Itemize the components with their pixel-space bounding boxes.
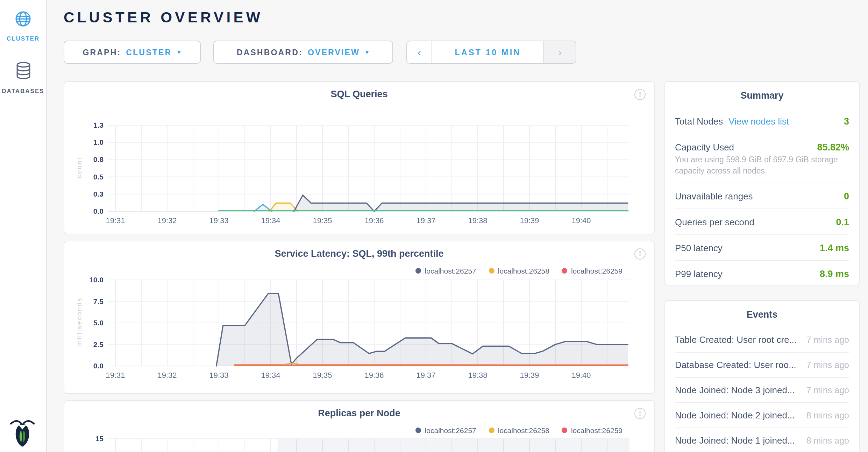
sidebar-item-cluster[interactable]: CLUSTER [0,10,46,42]
globe-icon [14,10,32,31]
summary-label: Total Nodes [675,116,723,126]
summary-subtext: You are using 598.9 GiB of 697.9 GiB sto… [665,155,859,183]
svg-text:1.3: 1.3 [93,121,104,129]
chevron-down-icon: ▾ [177,48,182,55]
sidebar-item-label: DATABASES [0,87,46,94]
time-window-next-button[interactable]: › [543,41,576,63]
svg-text:19:35: 19:35 [313,371,332,380]
legend-dot [416,268,421,274]
svg-text:19:38: 19:38 [468,371,487,380]
svg-text:19:37: 19:37 [416,216,435,225]
event-label: Node Joined: Node 1 joined... [675,435,799,446]
summary-value: 0 [844,191,849,201]
summary-label: Unavailable ranges [675,191,753,201]
summary-row: Queries per second0.1 [665,209,859,234]
summary-rows: Total NodesView nodes list3Capacity Used… [665,108,859,285]
event-row: Node Joined: Node 1 joined...8 mins ago [665,428,859,452]
graph-dropdown[interactable]: GRAPH: CLUSTER ▾ [64,41,201,64]
svg-text:19:33: 19:33 [209,371,228,380]
view-nodes-link[interactable]: View nodes list [728,116,789,126]
event-label: Node Joined: Node 3 joined... [675,385,799,395]
graph-dropdown-value: CLUSTER [126,48,172,56]
chart-legend: localhost:26257localhost:26258localhost:… [416,426,622,435]
dashboard-dropdown-value: OVERVIEW [308,48,360,56]
event-row: Table Created: User root cre...7 mins ag… [665,327,859,352]
svg-text:1.0: 1.0 [93,138,104,146]
summary-row: Unavailable ranges0 [665,183,859,209]
svg-text:19:39: 19:39 [520,371,539,380]
time-window-label[interactable]: LAST 10 MIN [432,41,543,63]
legend-dot [489,428,495,433]
svg-text:19:36: 19:36 [364,216,384,225]
event-timestamp: 7 mins ago [806,335,849,345]
legend-item[interactable]: localhost:26259 [562,426,622,435]
svg-text:19:32: 19:32 [157,371,177,380]
legend-item[interactable]: localhost:26258 [489,426,549,435]
events-title: Events [665,309,859,320]
replicas-per-node-chart[interactable]: 1513 [77,439,631,452]
svg-text:0.0: 0.0 [93,207,104,215]
legend-dot [416,428,421,433]
summary-label: Queries per second [675,217,754,227]
legend-label: localhost:26259 [571,426,622,435]
chart-title: Service Latency: SQL, 99th percentile [64,248,654,259]
svg-text:19:39: 19:39 [520,216,539,225]
dashboard-dropdown-label: DASHBOARD: [237,48,303,56]
info-icon[interactable]: ! [634,248,646,260]
event-timestamp: 7 mins ago [806,385,849,395]
legend-item[interactable]: localhost:26257 [416,267,476,275]
sidebar-item-databases[interactable]: DATABASES [0,62,46,94]
events-panel: Events Table Created: User root cre...7 … [664,300,860,452]
graph-dropdown-label: GRAPH: [83,48,121,56]
event-row: Node Joined: Node 3 joined...7 mins ago [665,378,859,402]
svg-text:19:34: 19:34 [261,216,280,225]
chart-card-replicas-per-node: Replicas per Node ! localhost:26257local… [64,400,655,452]
svg-text:2.5: 2.5 [93,340,104,348]
sidebar: CLUSTER DATABASES [0,0,47,452]
legend-dot [562,428,568,433]
events-rows: Table Created: User root cre...7 mins ag… [665,327,859,452]
cockroachdb-logo-icon [10,418,35,447]
sidebar-item-label: CLUSTER [0,35,46,42]
summary-value: 0.1 [836,217,849,227]
svg-text:19:31: 19:31 [106,216,125,225]
event-timestamp: 7 mins ago [806,360,849,370]
legend-item[interactable]: localhost:26259 [562,267,622,275]
dashboard-dropdown[interactable]: DASHBOARD: OVERVIEW ▾ [213,41,393,64]
event-timestamp: 8 mins ago [806,436,849,445]
legend-item[interactable]: localhost:26257 [416,426,476,435]
event-timestamp: 8 mins ago [806,410,849,420]
legend-dot [562,268,568,274]
time-window-prev-button[interactable]: ‹ [407,41,432,63]
summary-panel: Summary Total NodesView nodes list3Capac… [664,81,860,285]
summary-value: 3 [844,116,849,126]
chart-card-sql-queries: SQL Queries ! count 0.00.30.50.81.01.319… [64,81,655,234]
svg-text:15: 15 [95,435,104,443]
info-icon[interactable]: ! [634,408,646,419]
database-icon [14,62,32,83]
svg-text:19:34: 19:34 [261,371,280,380]
event-label: Node Joined: Node 2 joined... [675,410,799,421]
summary-row: P50 latency1.4 ms [665,235,859,260]
chart-legend: localhost:26257localhost:26258localhost:… [416,267,622,275]
svg-text:19:32: 19:32 [157,216,177,225]
legend-dot [489,268,495,274]
legend-label: localhost:26258 [498,426,549,435]
legend-label: localhost:26259 [571,267,622,275]
service-latency-chart[interactable]: 0.02.55.07.510.019:3119:3219:3319:3419:3… [77,280,631,384]
summary-value: 85.82% [817,142,849,152]
info-glyph: ! [639,90,641,98]
summary-label: P50 latency [675,242,723,253]
sql-queries-chart[interactable]: 0.00.30.50.81.01.319:3119:3219:3319:3419… [77,125,631,229]
svg-text:0.3: 0.3 [93,190,104,198]
svg-text:0.5: 0.5 [93,173,104,181]
summary-label: Capacity Used [675,142,734,152]
svg-text:19:40: 19:40 [571,216,591,225]
cluster-overview-page: CLUSTER DATABASES [0,0,868,452]
legend-item[interactable]: localhost:26258 [489,267,549,275]
svg-text:5.0: 5.0 [93,319,104,327]
summary-row: P99 latency8.9 ms [665,261,859,285]
svg-text:19:33: 19:33 [209,216,228,225]
event-row: Node Joined: Node 2 joined...8 mins ago [665,403,859,428]
info-icon[interactable]: ! [634,89,646,100]
